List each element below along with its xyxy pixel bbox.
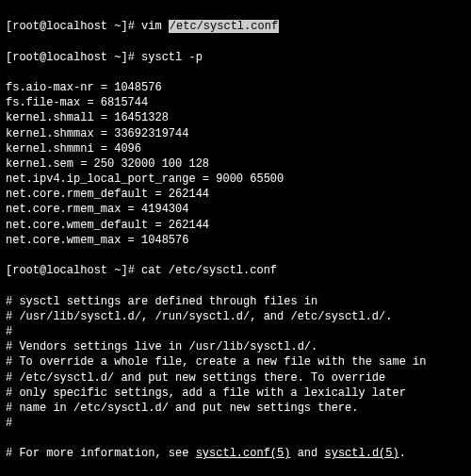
output-line: kernel.shmmni = 4096 (6, 141, 465, 156)
output-line: net.core.wmem_default = 262144 (6, 218, 465, 233)
arg-file: /etc/sysctl.conf (169, 20, 279, 33)
comment-line: # (6, 324, 465, 339)
terminal-window[interactable]: [root@localhost ~]# vim /etc/sysctl.conf… (0, 0, 471, 476)
line-cat: [root@localhost ~]# cat /etc/sysctl.conf (6, 263, 465, 278)
sysctl-output: fs.aio-max-nr = 1048576fs.file-max = 681… (6, 80, 465, 248)
output-line: kernel.shmall = 16451328 (6, 110, 465, 125)
cmd-sysctl: sysctl -p (141, 51, 203, 64)
cmd-cat: cat /etc/sysctl.conf (141, 264, 277, 277)
output-line: net.core.wmem_max = 1048576 (6, 233, 465, 248)
moreinfo-line: # For more information, see sysctl.conf(… (6, 446, 465, 461)
output-line: fs.file-max = 6815744 (6, 95, 465, 110)
comment-line: # name in /etc/sysctl.d/ and put new set… (6, 401, 465, 416)
output-line: fs.aio-max-nr = 1048576 (6, 80, 465, 95)
cmd-vim: vim (141, 20, 162, 33)
comment-line: # sysctl settings are defined through fi… (6, 294, 465, 309)
comment-line: # Vendors settings live in /usr/lib/sysc… (6, 339, 465, 354)
comment-line: # /etc/sysctl.d/ and put new settings th… (6, 370, 465, 386)
output-line: net.core.rmem_default = 262144 (6, 187, 465, 202)
comment-line: # only specific settings, add a file wit… (6, 386, 465, 401)
comment-line: # To override a whole file, create a new… (6, 354, 465, 369)
output-line: kernel.shmmax = 33692319744 (6, 126, 465, 141)
output-line: net.core.rmem_max = 4194304 (6, 202, 465, 217)
output-line: net.ipv4.ip_local_port_range = 9000 6550… (6, 172, 465, 187)
catfile-comments: # sysctl settings are defined through fi… (6, 294, 465, 432)
line-vim: [root@localhost ~]# vim /etc/sysctl.conf (6, 19, 465, 34)
comment-line: # (6, 416, 465, 431)
comment-line: # /usr/lib/sysctl.d/, /run/sysctl.d/, an… (6, 309, 465, 324)
output-line: kernel.sem = 250 32000 100 128 (6, 156, 465, 172)
line-sysctl: [root@localhost ~]# sysctl -p (6, 50, 465, 65)
